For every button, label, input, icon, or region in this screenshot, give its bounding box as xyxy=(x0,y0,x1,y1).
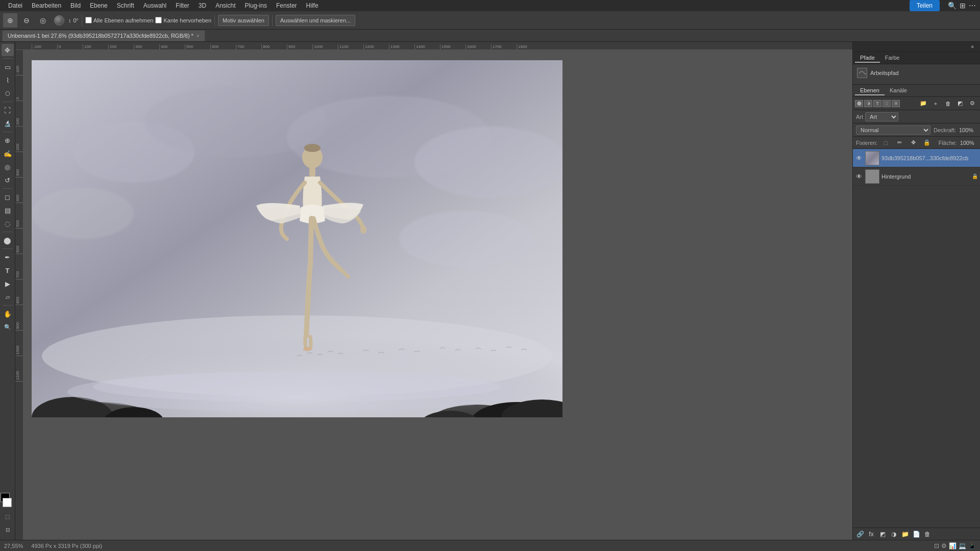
color-tab[interactable]: Farbe xyxy=(880,54,905,63)
fill-value[interactable]: 100% xyxy=(960,140,977,146)
canvas-scroll-area[interactable] xyxy=(32,50,852,540)
layer-item-0[interactable]: 👁 93db395218b057...330cfde8922cb xyxy=(853,149,980,167)
ruler-tick-9: 800 xyxy=(261,44,287,49)
filter-select[interactable]: Art Name Effekt Modus Attribut Farbe xyxy=(865,112,898,121)
kante-checkbox[interactable] xyxy=(155,17,162,23)
dodge-btn[interactable]: ⬤ xyxy=(2,234,14,246)
ruler-tick-3: 200 xyxy=(108,44,134,49)
clone-btn[interactable]: ◎ xyxy=(2,161,14,173)
layer-item-1[interactable]: 👁 Hintergrund 🔒 xyxy=(853,167,980,186)
opacity-value[interactable]: 100% xyxy=(959,127,977,133)
layer-visibility-0[interactable]: 👁 xyxy=(855,154,863,162)
selection-rect-btn[interactable]: ▭ xyxy=(2,61,14,73)
background-color[interactable] xyxy=(3,498,12,507)
delete-layer-bottom-btn[interactable]: 🗑 xyxy=(922,530,933,539)
layer-mask-btn[interactable]: ◩ xyxy=(954,98,966,109)
options-toolbar: ⊕ ⊖ ◎ ↕ 0° Alle Ebenen aufnehmen Kante h… xyxy=(0,11,980,30)
paths-tab[interactable]: Pfade xyxy=(855,54,880,63)
document-tab[interactable]: Unbenannt-1 bei 27,6% (93db395218b057271… xyxy=(2,30,205,41)
crop-btn[interactable]: ⛶ xyxy=(2,104,14,116)
lock-paint-btn[interactable]: ✏ xyxy=(894,138,905,148)
side-tick-3: 200 xyxy=(15,127,23,152)
layer-thumb-img-0 xyxy=(866,152,879,165)
eraser-btn[interactable]: ◻ xyxy=(2,191,14,203)
tool-add-btn[interactable]: ⊕ xyxy=(3,13,17,28)
lasso-btn[interactable]: ⌇ xyxy=(2,74,14,86)
layer-settings-btn[interactable]: ⚙ xyxy=(967,98,978,109)
tool-subtract-btn[interactable]: ⊖ xyxy=(19,13,34,28)
add-mask-btn[interactable]: ◩ xyxy=(877,530,888,539)
quick-select-btn[interactable]: ⬡ xyxy=(2,87,14,99)
link-layers-btn[interactable]: 🔗 xyxy=(855,530,865,539)
auswaehlen-maskieren-btn[interactable]: Auswählen und maskieren... xyxy=(276,15,355,26)
side-tick-8: 700 xyxy=(15,254,23,280)
history-brush-btn[interactable]: ↺ xyxy=(2,174,14,186)
ebenen-tab[interactable]: Ebenen xyxy=(855,86,885,95)
layer-type-type-icon[interactable]: T xyxy=(873,100,881,107)
search-icon[interactable]: 🔍 xyxy=(948,2,957,10)
menu-plugins[interactable]: Plug-ins xyxy=(241,1,271,10)
lock-move-btn[interactable]: ✥ xyxy=(908,138,919,148)
eyedropper-btn[interactable]: 🔬 xyxy=(2,117,14,130)
new-layer-btn[interactable]: 📄 xyxy=(911,530,921,539)
ruler-tick-13: 1200 xyxy=(363,44,389,49)
zoom-btn[interactable]: 🔍 xyxy=(2,321,14,333)
quick-mask-btn[interactable]: ⬚ xyxy=(2,510,14,522)
arbeitspfad-item[interactable]: Arbeitspfad xyxy=(855,66,978,80)
tool-intersect-btn[interactable]: ◎ xyxy=(36,13,50,28)
menu-bar: Datei Bearbeiten Bild Ebene Schrift Ausw… xyxy=(0,0,980,11)
workspace-icon[interactable]: ⊞ xyxy=(960,2,966,10)
menu-ansicht[interactable]: Ansicht xyxy=(211,1,239,10)
pen-btn[interactable]: ✒ xyxy=(2,251,14,263)
menu-auswahl[interactable]: Auswahl xyxy=(139,1,170,10)
text-btn[interactable]: T xyxy=(2,264,14,277)
foreground-background-swatches[interactable] xyxy=(1,493,15,507)
more-icon[interactable]: ⋯ xyxy=(969,2,976,10)
right-panel: » Pfade Farbe Arbeitspfad Ebenen Kan xyxy=(852,42,980,540)
kanaele-tab[interactable]: Kanäle xyxy=(885,86,912,95)
brush-btn[interactable]: ✍ xyxy=(2,147,14,160)
layer-type-smart-icon[interactable]: ⊞ xyxy=(892,100,900,107)
new-adjustment-btn[interactable]: ◑ xyxy=(889,530,899,539)
menu-bild[interactable]: Bild xyxy=(66,1,85,10)
motiv-auswaehlen-btn[interactable]: Motiv auswählen xyxy=(218,15,269,26)
blend-mode-select[interactable]: Normal Multiplizieren Bildschirm Überlag… xyxy=(856,126,930,135)
menu-fenster[interactable]: Fenster xyxy=(272,1,301,10)
layer-type-shape-icon[interactable]: ◻ xyxy=(883,100,891,107)
ruler-tick-14: 1300 xyxy=(389,44,414,49)
share-button[interactable]: Teilen xyxy=(910,0,940,11)
lock-all-btn[interactable]: 🔒 xyxy=(922,138,933,148)
alle-ebenen-check-wrap[interactable]: Alle Ebenen aufnehmen xyxy=(85,17,153,23)
move-tool-btn[interactable]: ✥ xyxy=(2,44,14,56)
menu-bearbeiten[interactable]: Bearbeiten xyxy=(28,1,65,10)
menu-3d[interactable]: 3D xyxy=(194,1,210,10)
layer-type-pixel-icon[interactable]: ⬤ xyxy=(855,100,863,107)
gradient-btn[interactable]: ▤ xyxy=(2,204,14,216)
new-group-btn[interactable]: 📁 xyxy=(900,530,910,539)
menu-hilfe[interactable]: Hilfe xyxy=(302,1,323,10)
layer-visibility-1[interactable]: 👁 xyxy=(855,172,863,181)
menu-ebene[interactable]: Ebene xyxy=(86,1,112,10)
shape-btn[interactable]: ▱ xyxy=(2,291,14,303)
tab-close-icon[interactable]: × xyxy=(197,33,200,39)
blur-btn[interactable]: ◌ xyxy=(2,217,14,230)
lock-transparent-btn[interactable]: ⬚ xyxy=(880,138,891,148)
kante-check-wrap[interactable]: Kante hervorheben xyxy=(155,17,211,23)
delete-layer-btn[interactable]: 🗑 xyxy=(942,98,953,109)
panel-collapse-btn[interactable]: » xyxy=(967,42,978,52)
screen-mode-btn[interactable]: ⊡ xyxy=(2,523,14,536)
layer-type-adjustment-icon[interactable]: ◑ xyxy=(864,100,872,107)
tool-separator-3 xyxy=(3,132,13,132)
menu-filter[interactable]: Filter xyxy=(172,1,193,10)
path-select-btn[interactable]: ▶ xyxy=(2,278,14,290)
alle-ebenen-checkbox[interactable] xyxy=(85,17,92,23)
tool-circle-btn[interactable] xyxy=(52,13,66,28)
menu-schrift[interactable]: Schrift xyxy=(113,1,138,10)
menu-datei[interactable]: Datei xyxy=(4,1,27,10)
create-layer-btn[interactable]: + xyxy=(930,98,941,109)
create-group-btn[interactable]: 📁 xyxy=(918,98,929,109)
add-style-btn[interactable]: fx xyxy=(866,530,876,539)
hand-btn[interactable]: ✋ xyxy=(2,308,14,320)
svg-point-4 xyxy=(414,127,562,198)
healing-btn[interactable]: ⊕ xyxy=(2,134,14,146)
